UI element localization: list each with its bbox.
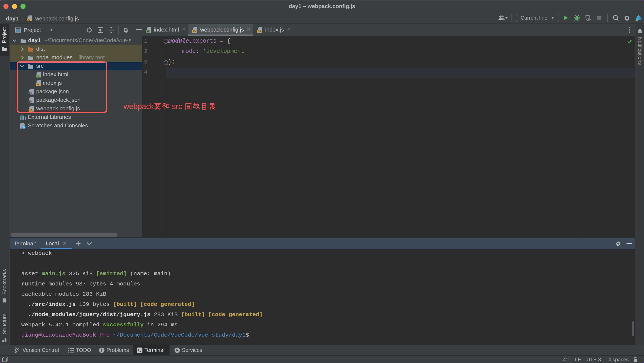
svg-text:H: H <box>147 30 149 32</box>
svg-text:JS: JS <box>193 30 196 32</box>
svg-text:JS: JS <box>258 30 261 32</box>
svg-text:JS: JS <box>27 18 30 21</box>
